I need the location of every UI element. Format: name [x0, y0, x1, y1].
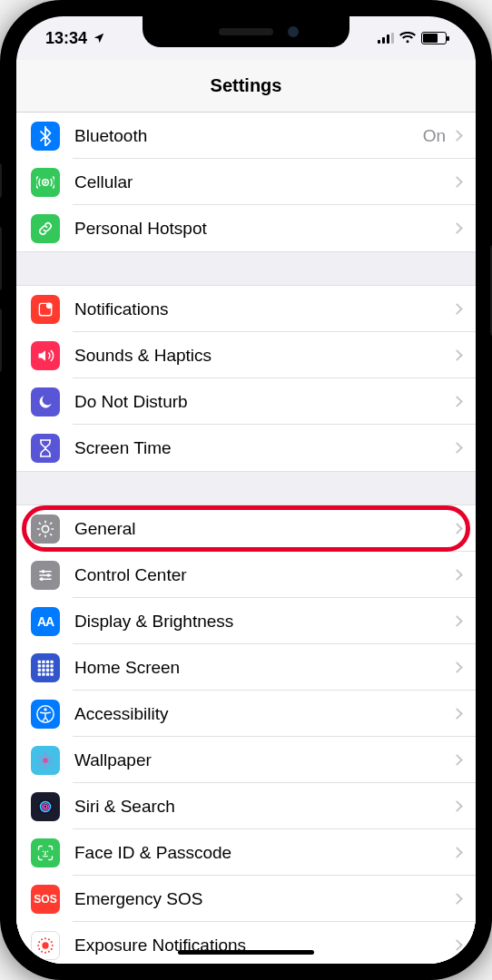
row-wallpaper[interactable]: Wallpaper: [16, 737, 476, 783]
speaker-icon: [31, 341, 60, 370]
antenna-icon: [31, 168, 60, 197]
volume-up-button: [0, 227, 2, 290]
page-title: Settings: [211, 75, 282, 96]
chevron-right-icon: [451, 396, 463, 407]
bluetooth-icon: [31, 122, 60, 151]
row-label: Do Not Disturb: [74, 392, 453, 412]
exposure-icon: [31, 931, 60, 960]
row-faceid[interactable]: Face ID & Passcode: [16, 829, 476, 876]
row-accessibility[interactable]: Accessibility: [16, 691, 476, 737]
hourglass-icon: [31, 434, 60, 463]
row-label: Personal Hotspot: [74, 219, 453, 239]
row-label: Face ID & Passcode: [74, 843, 453, 863]
battery-icon: [421, 32, 447, 44]
settings-group: BluetoothOnCellularPersonal Hotspot: [16, 113, 476, 252]
screen: 13:34 Settings BluetoothOnCellularPerson…: [16, 16, 476, 964]
wifi-icon: [399, 32, 416, 44]
svg-rect-18: [38, 672, 41, 675]
chevron-right-icon: [451, 893, 463, 905]
row-bluetooth[interactable]: BluetoothOn: [16, 113, 476, 159]
row-value: On: [423, 126, 446, 146]
svg-point-49: [38, 940, 41, 943]
svg-point-23: [44, 708, 46, 710]
link-icon: [31, 214, 60, 243]
svg-rect-11: [42, 664, 44, 667]
flower-icon: [31, 746, 60, 775]
svg-point-50: [41, 937, 44, 940]
settings-list[interactable]: BluetoothOnCellularPersonal HotspotNotif…: [16, 113, 476, 964]
row-label: Screen Time: [74, 438, 453, 458]
svg-point-30: [37, 754, 44, 760]
accessibility-icon: [31, 700, 60, 729]
svg-point-28: [44, 763, 47, 769]
row-label: Emergency SOS: [74, 889, 453, 909]
siri-icon: [31, 792, 60, 821]
svg-rect-16: [46, 668, 49, 671]
row-controlcenter[interactable]: Control Center: [16, 552, 476, 598]
chevron-right-icon: [451, 222, 463, 234]
row-label: Control Center: [74, 565, 453, 585]
svg-point-38: [42, 942, 48, 948]
svg-point-5: [40, 577, 44, 581]
phone-frame: 13:34 Settings BluetoothOnCellularPerson…: [0, 0, 492, 980]
chevron-right-icon: [451, 662, 463, 673]
notch: [143, 16, 349, 47]
svg-point-46: [41, 950, 44, 953]
row-sounds[interactable]: Sounds & Haptics: [16, 332, 476, 378]
svg-point-41: [50, 940, 53, 943]
chevron-right-icon: [451, 754, 463, 766]
row-exposure[interactable]: Exposure Notifications: [16, 922, 476, 964]
row-label: Cellular: [74, 172, 453, 192]
row-dnd[interactable]: Do Not Disturb: [16, 378, 476, 425]
row-siri[interactable]: Siri & Search: [16, 783, 476, 829]
svg-point-25: [44, 751, 47, 757]
row-label: Bluetooth: [74, 126, 423, 146]
svg-rect-8: [46, 660, 49, 662]
row-general[interactable]: General: [16, 505, 476, 552]
svg-rect-17: [50, 668, 53, 671]
row-label: Sounds & Haptics: [74, 346, 453, 366]
svg-point-31: [44, 758, 48, 762]
gear-icon: [31, 514, 60, 544]
settings-group: NotificationsSounds & HapticsDo Not Dist…: [16, 285, 476, 472]
row-label: Home Screen: [74, 658, 453, 678]
chevron-right-icon: [451, 800, 463, 812]
svg-rect-6: [38, 660, 41, 662]
svg-rect-15: [42, 668, 44, 671]
svg-rect-9: [50, 660, 53, 662]
notifications-icon: [31, 295, 60, 324]
svg-rect-12: [46, 664, 49, 667]
svg-rect-20: [46, 672, 49, 675]
row-label: Display & Brightness: [74, 612, 453, 632]
sos-icon: SOS: [31, 885, 60, 914]
grid-icon: [31, 653, 60, 682]
svg-point-47: [38, 947, 41, 950]
home-indicator[interactable]: [178, 950, 314, 955]
chevron-right-icon: [451, 523, 463, 534]
svg-point-0: [44, 181, 47, 183]
faceid-icon: [31, 838, 60, 867]
row-homescreen[interactable]: Home Screen: [16, 644, 476, 691]
location-arrow-icon: [93, 32, 105, 44]
row-cellular[interactable]: Cellular: [16, 159, 476, 205]
row-hotspot[interactable]: Personal Hotspot: [16, 205, 476, 251]
svg-point-48: [37, 944, 39, 946]
svg-rect-13: [50, 664, 53, 667]
row-label: Wallpaper: [74, 750, 453, 770]
svg-point-39: [44, 937, 46, 939]
volume-down-button: [0, 309, 2, 372]
svg-point-45: [44, 951, 46, 953]
svg-rect-7: [42, 660, 44, 662]
chevron-right-icon: [451, 130, 463, 142]
row-display[interactable]: AADisplay & Brightness: [16, 598, 476, 644]
svg-rect-10: [38, 664, 41, 667]
chevron-right-icon: [451, 939, 463, 951]
svg-point-40: [48, 937, 51, 940]
nav-header: Settings: [16, 60, 476, 113]
row-screentime[interactable]: Screen Time: [16, 425, 476, 471]
row-notifications[interactable]: Notifications: [16, 286, 476, 332]
chevron-right-icon: [451, 847, 463, 858]
svg-point-26: [47, 754, 54, 760]
svg-point-36: [43, 850, 44, 852]
row-sos[interactable]: SOSEmergency SOS: [16, 876, 476, 922]
